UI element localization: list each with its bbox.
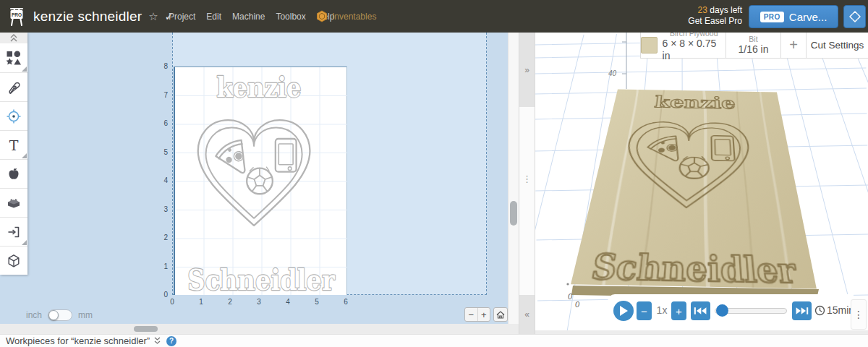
bit-button[interactable]: Bit 1/16 in <box>726 33 781 58</box>
z-axis: 40 <box>608 33 626 89</box>
menu-machine[interactable]: Machine <box>232 12 265 22</box>
material-button[interactable]: Birch Plywood 6 × 8 × 0.75 in <box>641 33 726 58</box>
carve-button[interactable]: PRO Carve... <box>749 5 838 28</box>
double-chevron-down-icon <box>154 337 161 345</box>
divider-drag-handle[interactable]: ⋮ <box>519 174 535 184</box>
ruler-y-label: 5 <box>149 148 168 156</box>
status-bar: Workpieces for “kenzie schneidler” ? <box>0 334 868 347</box>
get-easel-pro-link[interactable]: Get Easel Pro <box>688 16 742 27</box>
toggle-knob[interactable] <box>48 310 59 320</box>
tool-apps[interactable] <box>0 188 27 217</box>
add-bit-button[interactable]: + <box>781 33 807 58</box>
design-2d[interactable] <box>175 67 347 295</box>
menu-toolbox[interactable]: Toolbox <box>276 12 305 22</box>
inventables-hexagon-icon <box>316 10 328 22</box>
shapes-icon <box>6 50 22 66</box>
skip-end-icon <box>795 307 809 315</box>
tool-text[interactable]: T <box>0 130 27 159</box>
skip-to-end-button[interactable] <box>792 301 812 320</box>
bit-label: Bit <box>749 35 757 43</box>
ruler-y-label: 7 <box>149 91 168 99</box>
trial-info: 23 days left Get Easel Pro <box>688 5 742 27</box>
pen-nib-icon <box>6 80 22 95</box>
speed-down-button[interactable]: − <box>637 301 652 320</box>
toolbar-collapse-button[interactable] <box>0 33 27 43</box>
material-name: Birch Plywood <box>670 33 718 38</box>
timeline-slider-knob[interactable] <box>716 304 728 317</box>
tool-drill-point[interactable] <box>0 101 27 130</box>
workpieces-label: Workpieces for “kenzie schneidler” <box>6 335 150 346</box>
flyout-corner <box>22 67 27 72</box>
speed-value: 1x <box>653 304 671 316</box>
tool-3d[interactable] <box>0 246 27 275</box>
unit-toggle-row: inch mm <box>26 309 93 322</box>
ruler-y-label: 6 <box>149 119 168 127</box>
ruler-x-label: 5 <box>311 298 323 306</box>
ruler-x-label: 2 <box>224 298 236 306</box>
tool-draw[interactable] <box>0 72 27 101</box>
project-title-group: kenzie schneidler ☆ ✓ <box>33 0 173 33</box>
flyout-corner <box>22 153 27 158</box>
inventables-label: Inventables <box>332 12 376 22</box>
skip-to-start-button[interactable] <box>691 301 710 320</box>
canvas-area[interactable]: T <box>0 33 508 324</box>
unit-toggle[interactable] <box>48 309 72 321</box>
zoom-home-button[interactable] <box>493 307 508 322</box>
vertical-scrollbar[interactable] <box>508 33 519 324</box>
play-icon <box>619 306 628 316</box>
apple-icon <box>6 166 22 182</box>
jog-arrows-button[interactable] <box>843 5 866 28</box>
collapse-left-button[interactable]: « <box>519 295 535 334</box>
easel-app: PRO kenzie schneidler ☆ ✓ Project Edit M… <box>0 0 868 347</box>
zoom-controls: − + <box>464 307 490 322</box>
tool-design-library[interactable] <box>0 159 27 188</box>
crosshair-icon <box>6 108 22 124</box>
menu-edit[interactable]: Edit <box>206 12 221 22</box>
ruler-x-label: 3 <box>253 298 265 306</box>
collapse-right-button[interactable]: » <box>519 33 535 107</box>
tool-import[interactable] <box>0 217 27 246</box>
ruler-y-label: 0 <box>149 291 168 299</box>
play-button[interactable] <box>613 301 634 321</box>
carve-label: Carve... <box>789 11 827 23</box>
four-arrows-icon <box>848 9 862 24</box>
import-icon <box>6 224 22 240</box>
left-toolbar: T <box>0 33 27 275</box>
ruler-x-label: 0 <box>166 298 178 306</box>
panel-divider[interactable]: » ⋮ « <box>519 33 535 334</box>
home-icon <box>496 311 505 319</box>
menu-project[interactable]: Project <box>169 12 195 22</box>
ruler-y-label: 1 <box>149 262 168 270</box>
menu-bar: Project Edit Machine Toolbox Help <box>169 0 334 33</box>
project-title[interactable]: kenzie schneidler <box>33 9 142 25</box>
zoom-out-button[interactable]: − <box>465 308 477 321</box>
cube-icon <box>6 253 22 269</box>
ruler-x-label: 1 <box>195 298 207 306</box>
material-dimensions: 6 × 8 × 0.75 in <box>663 38 726 61</box>
cut-settings-button[interactable]: Cut Settings <box>807 33 868 58</box>
simulation-controls: − 1x + 15min <box>608 294 854 330</box>
flyout-corner <box>22 240 27 245</box>
days-left: 23 days left <box>688 5 742 16</box>
horizontal-scrollbar[interactable] <box>0 324 519 334</box>
workpiece-2d[interactable] <box>174 67 347 295</box>
lego-brick-icon <box>6 195 22 211</box>
top-bar: PRO kenzie schneidler ☆ ✓ Project Edit M… <box>0 0 868 33</box>
workpieces-collapse-button[interactable] <box>154 337 161 345</box>
favorite-star-icon[interactable]: ☆ <box>148 11 158 22</box>
speed-up-button[interactable]: + <box>671 301 686 320</box>
more-options-button[interactable]: ⋮ <box>851 299 867 330</box>
easel-logo-icon[interactable]: PRO <box>6 4 27 27</box>
inventables-link[interactable]: Inventables <box>316 0 376 33</box>
help-button[interactable]: ? <box>166 336 176 346</box>
ruler-y-label: 4 <box>149 176 168 184</box>
zoom-in-button[interactable]: + <box>477 308 490 321</box>
origin-label-x: 0 <box>575 300 580 309</box>
double-chevron-up-icon <box>9 34 18 42</box>
vertical-scrollbar-thumb[interactable] <box>510 201 517 226</box>
tool-shapes[interactable] <box>0 43 27 72</box>
ruler-y-label: 2 <box>149 234 168 241</box>
horizontal-scrollbar-thumb[interactable] <box>134 326 158 332</box>
unit-mm-label: mm <box>78 310 93 320</box>
carve-pro-badge: PRO <box>760 12 784 22</box>
